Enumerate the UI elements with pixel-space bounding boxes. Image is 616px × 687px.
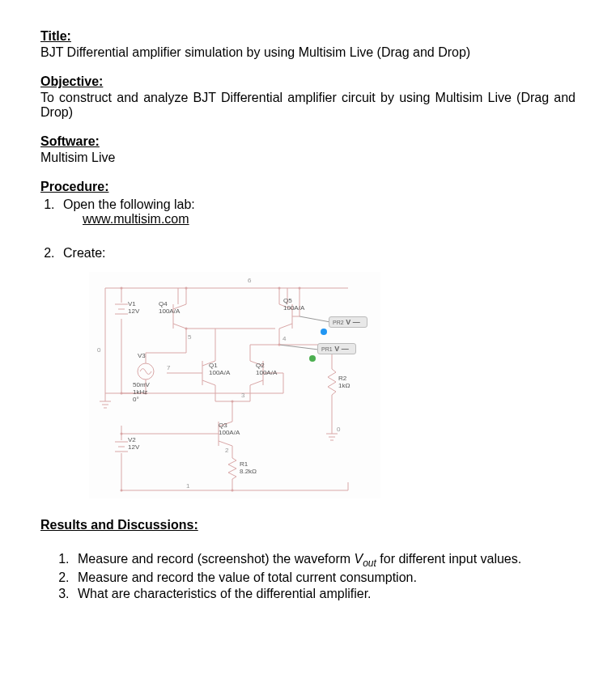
probe-pr1-dot [309, 355, 316, 362]
label-r2: R2 1kΩ [338, 375, 350, 390]
node-6: 6 [248, 277, 251, 284]
node-3: 3 [241, 392, 244, 399]
svg-point-7 [185, 328, 188, 330]
label-q1: Q1 100A/A [209, 363, 230, 377]
objective-heading: Objective: [40, 74, 576, 89]
svg-point-4 [299, 287, 301, 290]
label-q2: Q2 100A/A [256, 363, 277, 377]
label-v2: V2 12V [128, 437, 139, 452]
node-7: 7 [167, 364, 170, 371]
node-0a: 0 [97, 346, 100, 354]
label-v1: V1 12V [128, 301, 139, 316]
results-list: Measure and record (screenshot) the wave… [73, 552, 576, 601]
svg-point-1 [121, 287, 123, 290]
procedure-list-2: Create: [58, 246, 576, 261]
probe-pr1: PR1 V — [317, 343, 356, 354]
probe-pr2-name: PR2 [333, 320, 344, 325]
node-1: 1 [186, 482, 189, 490]
results-vout-v: V [354, 552, 363, 566]
svg-point-5 [121, 392, 123, 395]
probe-pr2-val: V [346, 318, 350, 326]
probe-pr1-val: V [334, 345, 339, 353]
svg-point-11 [121, 490, 123, 492]
objective-text: To construct and analyze BJT Differentia… [40, 91, 576, 120]
results-item-1b: for different input values. [376, 552, 521, 566]
svg-point-2 [185, 287, 188, 290]
procedure-link[interactable]: www.multisim.com [83, 212, 189, 226]
results-item-1: Measure and record (screenshot) the wave… [73, 552, 576, 569]
probe-pr2: PR2 V — [329, 316, 367, 328]
svg-point-9 [232, 401, 234, 403]
label-q5: Q5 100A/A [283, 298, 304, 312]
results-item-1a: Measure and record (screenshot) the wave… [78, 552, 354, 566]
software-heading: Software: [40, 134, 576, 149]
node-2: 2 [225, 447, 228, 454]
probe-pr2-dot [321, 329, 327, 335]
software-text: Multisim Live [40, 151, 576, 165]
procedure-step-2: Create: [58, 246, 576, 261]
document-page: Title: BJT Differential amplifier simula… [0, 0, 616, 627]
results-item-3: What are characteristics of the differen… [73, 587, 576, 601]
results-heading: Results and Discussions: [40, 518, 576, 532]
results-item-2: Measure and record the value of total cu… [73, 570, 576, 585]
label-v3-val: 50mV 1kHz 0° [133, 382, 150, 403]
results-vout-sub: out [363, 558, 376, 569]
procedure-step-1-text: Open the following lab: [63, 197, 195, 211]
label-q3: Q3 100A/A [219, 422, 240, 437]
title-heading: Title: [40, 29, 576, 44]
procedure-step-2-text: Create: [63, 246, 105, 260]
svg-point-12 [232, 490, 234, 492]
svg-point-10 [121, 433, 123, 435]
procedure-list: Open the following lab: www.multisim.com [58, 197, 576, 227]
node-5: 5 [188, 333, 191, 341]
procedure-heading: Procedure: [40, 180, 576, 194]
svg-point-8 [278, 344, 281, 346]
svg-point-3 [278, 287, 281, 290]
probe-pr1-name: PR1 [321, 346, 333, 352]
circuit-diagram: V1 12V Q4 100A/A Q5 100A/A V3 50mV 1kHz … [89, 272, 380, 498]
label-v3-name: V3 [138, 353, 146, 360]
node-4: 4 [283, 335, 286, 342]
label-q4: Q4 100A/A [159, 301, 180, 316]
label-r1: R1 8.2kΩ [240, 461, 257, 476]
title-text: BJT Differential amplifier simulation by… [40, 45, 576, 60]
procedure-step-1: Open the following lab: www.multisim.com [58, 197, 576, 227]
node-0b: 0 [337, 426, 340, 433]
